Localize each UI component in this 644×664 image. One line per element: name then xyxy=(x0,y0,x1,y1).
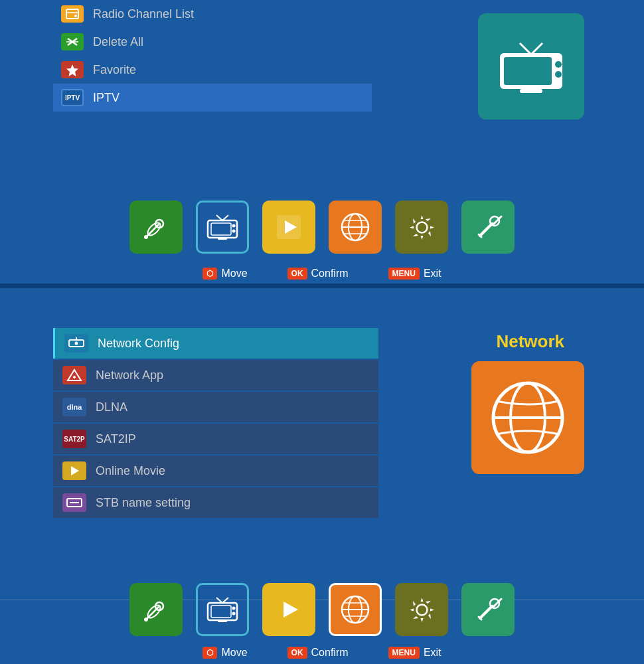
menu-item-delete[interactable]: Delete All xyxy=(53,28,372,56)
svg-point-66 xyxy=(416,604,427,615)
top-nav-icons xyxy=(0,201,644,254)
dlna-icon: dlna xyxy=(62,398,86,416)
nav-globe-btn[interactable] xyxy=(329,201,382,254)
move-badge: ⬡ xyxy=(202,268,217,280)
menu-item-network-config[interactable]: Network Config xyxy=(53,328,378,359)
nav-tools-btn[interactable] xyxy=(461,201,515,254)
bottom-confirm-control: OK Confirm xyxy=(287,647,349,659)
svg-point-17 xyxy=(144,235,148,239)
top-panel: Radio Channel List Delete All Favorite I… xyxy=(0,0,644,286)
nav-play-btn[interactable] xyxy=(262,201,315,254)
svg-rect-56 xyxy=(211,606,231,618)
menu-item-stb-name[interactable]: STB name setting xyxy=(53,487,378,518)
bottom-nav-globe-btn[interactable] xyxy=(329,583,382,636)
network-config-label: Network Config xyxy=(98,337,179,351)
svg-rect-21 xyxy=(211,223,231,235)
menu-item-online-movie[interactable]: Online Movie xyxy=(53,456,378,486)
network-title: Network xyxy=(496,331,564,352)
ok-badge: OK xyxy=(287,268,307,280)
bottom-ok-badge: OK xyxy=(287,647,307,659)
delete-label: Delete All xyxy=(93,35,143,49)
globe-icon-large xyxy=(471,361,584,474)
menu-item-iptv[interactable]: IPTV IPTV xyxy=(53,84,372,112)
bottom-panel: Network Config Network App dlna DLNA SAT… xyxy=(0,288,644,664)
network-app-label: Network App xyxy=(96,369,163,382)
network-menu-list: Network Config Network App dlna DLNA SAT… xyxy=(53,328,378,519)
svg-line-7 xyxy=(520,43,531,54)
bottom-nav-tools-btn[interactable] xyxy=(461,583,515,636)
svg-point-32 xyxy=(416,222,427,232)
confirm-control: OK Confirm xyxy=(287,268,349,280)
netconfig-icon xyxy=(64,334,88,353)
radio-label: Radio Channel List xyxy=(93,7,194,21)
menu-badge: MENU xyxy=(388,268,420,280)
favorite-label: Favorite xyxy=(93,63,136,77)
dlna-label: DLNA xyxy=(96,400,127,414)
svg-line-67 xyxy=(480,606,492,618)
bottom-move-control: ⬡ Move xyxy=(202,647,247,659)
svg-marker-6 xyxy=(66,64,78,76)
stb-icon xyxy=(62,493,86,512)
svg-point-40 xyxy=(75,342,78,345)
menu-item-sat2ip[interactable]: SAT2P SAT2IP xyxy=(53,424,378,454)
menu-item-favorite[interactable]: Favorite xyxy=(53,56,372,84)
svg-point-23 xyxy=(232,229,236,232)
svg-rect-13 xyxy=(520,89,542,93)
svg-point-2 xyxy=(74,15,77,17)
bottom-move-label: Move xyxy=(221,647,247,659)
delete-icon xyxy=(61,33,84,50)
svg-line-33 xyxy=(480,224,492,236)
move-control: ⬡ Move xyxy=(202,268,247,280)
svg-point-22 xyxy=(232,224,236,227)
top-menu-list: Radio Channel List Delete All Favorite I… xyxy=(53,0,372,112)
svg-marker-60 xyxy=(283,602,298,618)
svg-rect-24 xyxy=(218,238,227,240)
menu-item-radio[interactable]: Radio Channel List xyxy=(53,0,372,28)
sat2ip-label: SAT2IP xyxy=(96,432,136,446)
move-label: Move xyxy=(221,268,247,280)
svg-rect-10 xyxy=(504,57,552,85)
bottom-move-badge: ⬡ xyxy=(202,647,217,659)
bottom-nav-satellite-btn[interactable] xyxy=(129,583,183,636)
svg-point-42 xyxy=(73,376,76,378)
menu-item-network-app[interactable]: Network App xyxy=(53,360,378,390)
iptv-label: IPTV xyxy=(93,91,120,105)
svg-line-8 xyxy=(531,43,542,54)
bottom-confirm-label: Confirm xyxy=(311,647,349,659)
exit-control: MENU Exit xyxy=(388,268,442,280)
online-movie-label: Online Movie xyxy=(96,464,165,478)
svg-point-57 xyxy=(232,606,236,610)
bottom-exit-control: MENU Exit xyxy=(388,647,442,659)
sat2ip-icon: SAT2P xyxy=(62,430,86,448)
stb-name-label: STB name setting xyxy=(96,496,191,510)
bottom-nav-icons xyxy=(0,583,644,636)
svg-point-11 xyxy=(555,61,562,68)
favorite-icon xyxy=(61,61,84,78)
bottom-menu-badge: MENU xyxy=(388,647,420,659)
svg-point-12 xyxy=(555,71,562,78)
netapp-icon xyxy=(62,366,86,384)
svg-marker-43 xyxy=(71,466,79,475)
bottom-nav-play-btn[interactable] xyxy=(262,583,315,636)
bottom-nav-tv-btn[interactable] xyxy=(196,583,249,636)
radio-icon xyxy=(61,5,84,23)
movie-icon xyxy=(62,461,86,480)
svg-rect-59 xyxy=(218,620,227,622)
nav-gear-btn[interactable] xyxy=(395,201,448,254)
bottom-nav-gear-btn[interactable] xyxy=(395,583,448,636)
svg-marker-41 xyxy=(68,370,81,380)
menu-item-dlna[interactable]: dlna DLNA xyxy=(53,392,378,422)
tv-icon-top xyxy=(478,13,584,120)
nav-satellite-btn[interactable] xyxy=(129,201,183,254)
exit-label: Exit xyxy=(424,268,442,280)
svg-point-52 xyxy=(144,618,148,622)
bottom-controls-bar: ⬡ Move OK Confirm MENU Exit xyxy=(0,647,644,659)
svg-point-58 xyxy=(232,612,236,615)
top-controls-bar: ⬡ Move OK Confirm MENU Exit xyxy=(0,268,644,280)
nav-tv-btn[interactable] xyxy=(196,201,249,254)
svg-rect-0 xyxy=(66,9,78,19)
bottom-exit-label: Exit xyxy=(424,647,442,659)
iptv-icon: IPTV xyxy=(61,89,84,106)
confirm-label: Confirm xyxy=(311,268,349,280)
